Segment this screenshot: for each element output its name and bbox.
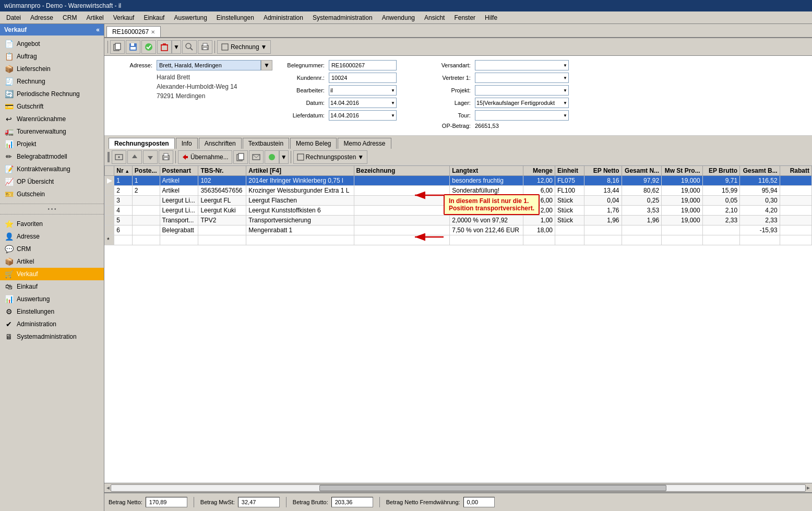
sidebar-item-auftrag[interactable]: 📋 Auftrag: [0, 50, 104, 63]
col-gesn-val[interactable]: 1,96: [622, 216, 662, 225]
col-artikel-val[interactable]: Transportversicherung: [246, 216, 354, 225]
doc-tab-info[interactable]: Info: [176, 138, 198, 149]
col-posart-val[interactable]: Artikel: [160, 186, 198, 196]
col-epb-val[interactable]: 0,05: [702, 196, 739, 206]
kundennr-input[interactable]: [329, 73, 397, 83]
col-pos-val[interactable]: [132, 206, 160, 216]
lieferdatum-select[interactable]: 14.04.2016: [329, 110, 397, 121]
menu-einkauf[interactable]: Einkauf: [139, 13, 169, 22]
adresse-dropdown-btn[interactable]: ▼: [261, 60, 272, 70]
col-tbs-val[interactable]: [198, 225, 246, 235]
save-btn[interactable]: [126, 40, 140, 54]
sidebar-item-rechnung[interactable]: 🧾 Rechnung: [0, 75, 104, 88]
menu-crm[interactable]: CRM: [58, 13, 81, 22]
delete-btn[interactable]: [157, 40, 172, 54]
col-einh-val[interactable]: Stück: [555, 196, 584, 206]
col-lang-val[interactable]: 2,0000 % von 97,92: [450, 216, 523, 225]
table-email-btn[interactable]: [249, 150, 264, 164]
col-nr-val[interactable]: 5: [114, 216, 132, 225]
col-gesn[interactable]: Gesamt N...: [622, 166, 662, 176]
menu-fenster[interactable]: Fenster: [450, 13, 480, 22]
menu-hilfe[interactable]: Hilfe: [481, 13, 501, 22]
vertreter1-select[interactable]: [475, 73, 569, 83]
sidebar-item-op-uebersicht[interactable]: 📈 OP Übersicht: [0, 175, 104, 188]
col-lang-val[interactable]: 7,50 % von 212,46 EUR: [450, 225, 523, 235]
datum-select[interactable]: 14.04.2016: [329, 98, 397, 108]
col-epb[interactable]: EP Brutto: [702, 166, 739, 176]
col-bez-val[interactable]: [354, 216, 450, 225]
col-tbs-val[interactable]: TPV2: [198, 216, 246, 225]
doc-tab-memo-beleg[interactable]: Memo Beleg: [290, 138, 337, 149]
col-tbs-val[interactable]: Leergut FL: [198, 196, 246, 206]
sidebar-item-verkauf[interactable]: 🛒 Verkauf: [0, 268, 104, 280]
bearbeiter-select[interactable]: il: [329, 85, 397, 96]
col-bez-val[interactable]: [354, 206, 450, 216]
col-bez-val[interactable]: [354, 176, 450, 186]
col-einh-val[interactable]: [555, 225, 584, 235]
col-lang-val[interactable]: besonders fruchtig: [450, 176, 523, 186]
col-rab-val[interactable]: [780, 176, 811, 186]
col-tbs-val[interactable]: 102: [198, 176, 246, 186]
sidebar-item-auswertung[interactable]: 📊 Auswertung: [0, 293, 104, 305]
col-epb-val[interactable]: 2,10: [702, 206, 739, 216]
col-posart-val[interactable]: Leergut Li...: [160, 206, 198, 216]
document-tab[interactable]: RE16000267 ✕: [106, 26, 161, 37]
col-pos-val[interactable]: 2: [132, 186, 160, 196]
sidebar-item-gutschein[interactable]: 🎫 Gutschein: [0, 188, 104, 200]
col-gesb-val[interactable]: 116,52: [740, 176, 780, 186]
col-rab-val[interactable]: [780, 186, 811, 196]
sidebar-item-systemadmin[interactable]: 🖥 Systemadministration: [0, 330, 104, 343]
sidebar-item-einstellungen[interactable]: ⚙ Einstellungen: [0, 305, 104, 318]
col-gesb-val[interactable]: -15,93: [740, 225, 780, 235]
col-posart-val[interactable]: Leergut Li...: [160, 196, 198, 206]
col-nr-val[interactable]: 1: [114, 176, 132, 186]
doc-tab-textbaustein[interactable]: Textbaustein: [243, 138, 289, 149]
rechnungsposten-dropdown[interactable]: Rechnungsposten ▼: [293, 150, 368, 164]
col-mwst-val[interactable]: 19,000: [662, 206, 703, 216]
col-rab-val[interactable]: [780, 216, 811, 225]
col-einh-val[interactable]: FL075: [555, 176, 584, 186]
col-posart-val[interactable]: Belegrabatt: [160, 225, 198, 235]
sidebar-item-crm[interactable]: 💬 CRM: [0, 243, 104, 255]
sidebar-item-favoriten[interactable]: ⭐ Favoriten: [0, 218, 104, 230]
col-gesn-val[interactable]: 3,53: [622, 206, 662, 216]
col-ep-val[interactable]: [584, 225, 622, 235]
col-ep-val[interactable]: 13,44: [584, 186, 622, 196]
col-nr[interactable]: Nr: [114, 166, 132, 176]
col-mwst-val[interactable]: 19,000: [662, 176, 703, 186]
sidebar-item-belegrabattmodell[interactable]: ✏ Belegrabattmodell: [0, 150, 104, 163]
tour-select[interactable]: [475, 110, 569, 121]
col-rab-val[interactable]: [780, 196, 811, 206]
col-pos-val[interactable]: [132, 216, 160, 225]
col-pos[interactable]: Poste...: [132, 166, 160, 176]
col-epb-val[interactable]: [702, 225, 739, 235]
menu-auswertung[interactable]: Auswertung: [170, 13, 211, 22]
col-ep-val[interactable]: 1,76: [584, 206, 622, 216]
lager-select[interactable]: 15|Verkaufslager Fertigprodukt: [475, 98, 569, 108]
col-artikel-val[interactable]: Leergut Flaschen: [246, 196, 354, 206]
sidebar-item-adresse[interactable]: 👤 Adresse: [0, 230, 104, 243]
scroll-left-btn[interactable]: ◄: [105, 485, 111, 491]
rechnung-dropdown-btn[interactable]: Rechnung ▼: [217, 40, 271, 54]
menu-adresse[interactable]: Adresse: [26, 13, 57, 22]
search-btn[interactable]: [182, 40, 197, 54]
col-rab[interactable]: Rabatt: [780, 166, 811, 176]
doc-tab-memo-adresse[interactable]: Memo Adresse: [338, 138, 391, 149]
tab-close-btn[interactable]: ✕: [151, 29, 155, 35]
col-lang[interactable]: Langtext: [450, 166, 523, 176]
col-nr-val[interactable]: 4: [114, 206, 132, 216]
col-tbs-val[interactable]: 356356457656: [198, 186, 246, 196]
col-gesb-val[interactable]: 4,20: [740, 206, 780, 216]
menu-administration[interactable]: Administration: [259, 13, 307, 22]
scroll-track[interactable]: [111, 484, 806, 492]
doc-tab-anschriften[interactable]: Anschriften: [199, 138, 242, 149]
scroll-thumb[interactable]: [319, 485, 666, 491]
table-up-btn[interactable]: [127, 150, 142, 164]
col-posart-val[interactable]: Artikel: [160, 176, 198, 186]
col-artikel-val[interactable]: Leergut Kunststoffkisten 6: [246, 206, 354, 216]
col-menge-val[interactable]: 18,00: [523, 225, 555, 235]
col-ep-val[interactable]: 1,96: [584, 216, 622, 225]
col-einh-val[interactable]: Stück: [555, 216, 584, 225]
versandart-select[interactable]: [475, 60, 569, 70]
table-row[interactable]: 6 Belegrabatt Mengenrabatt 1 7,50 % von …: [105, 225, 812, 235]
